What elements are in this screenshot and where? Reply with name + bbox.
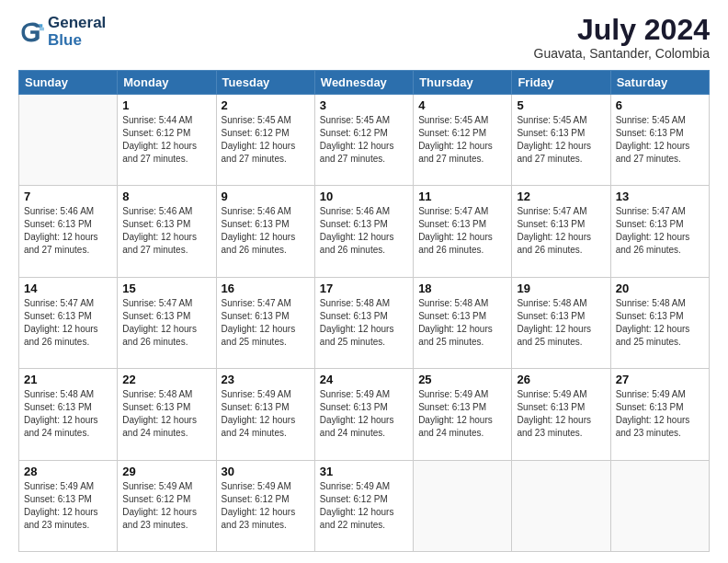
col-monday: Monday — [118, 71, 216, 95]
calendar-cell — [19, 95, 118, 186]
day-info: Sunrise: 5:47 AM Sunset: 6:13 PM Dayligh… — [616, 205, 704, 257]
calendar-cell: 2Sunrise: 5:45 AM Sunset: 6:12 PM Daylig… — [216, 95, 314, 186]
day-info: Sunrise: 5:48 AM Sunset: 6:13 PM Dayligh… — [122, 388, 210, 440]
calendar-cell: 3Sunrise: 5:45 AM Sunset: 6:12 PM Daylig… — [314, 95, 413, 186]
day-info: Sunrise: 5:49 AM Sunset: 6:12 PM Dayligh… — [320, 480, 408, 532]
day-number: 19 — [517, 282, 605, 295]
calendar-cell: 22Sunrise: 5:48 AM Sunset: 6:13 PM Dayli… — [118, 369, 216, 460]
day-number: 12 — [517, 190, 605, 203]
calendar-cell: 17Sunrise: 5:48 AM Sunset: 6:13 PM Dayli… — [314, 277, 413, 368]
calendar-cell: 5Sunrise: 5:45 AM Sunset: 6:13 PM Daylig… — [512, 95, 610, 186]
col-tuesday: Tuesday — [216, 71, 314, 95]
day-info: Sunrise: 5:49 AM Sunset: 6:13 PM Dayligh… — [24, 480, 112, 532]
logo: General Blue — [18, 15, 106, 49]
day-info: Sunrise: 5:47 AM Sunset: 6:13 PM Dayligh… — [122, 297, 210, 349]
calendar-cell: 6Sunrise: 5:45 AM Sunset: 6:13 PM Daylig… — [610, 95, 709, 186]
day-number: 23 — [222, 373, 310, 386]
day-info: Sunrise: 5:49 AM Sunset: 6:13 PM Dayligh… — [517, 388, 605, 440]
day-number: 15 — [122, 282, 210, 295]
calendar-cell: 11Sunrise: 5:47 AM Sunset: 6:13 PM Dayli… — [414, 186, 512, 277]
day-info: Sunrise: 5:45 AM Sunset: 6:12 PM Dayligh… — [222, 114, 310, 166]
calendar-cell: 9Sunrise: 5:46 AM Sunset: 6:13 PM Daylig… — [216, 186, 314, 277]
day-info: Sunrise: 5:47 AM Sunset: 6:13 PM Dayligh… — [418, 205, 506, 257]
day-info: Sunrise: 5:48 AM Sunset: 6:13 PM Dayligh… — [418, 297, 506, 349]
day-number: 29 — [122, 465, 210, 478]
day-number: 16 — [222, 282, 310, 295]
calendar-cell: 27Sunrise: 5:49 AM Sunset: 6:13 PM Dayli… — [610, 369, 709, 460]
day-number: 27 — [616, 373, 704, 386]
day-number: 6 — [616, 98, 704, 112]
location: Guavata, Santander, Colombia — [534, 46, 710, 61]
day-info: Sunrise: 5:49 AM Sunset: 6:13 PM Dayligh… — [320, 388, 408, 440]
calendar-cell — [512, 460, 610, 551]
calendar-cell: 8Sunrise: 5:46 AM Sunset: 6:13 PM Daylig… — [118, 186, 216, 277]
calendar-cell: 21Sunrise: 5:48 AM Sunset: 6:13 PM Dayli… — [19, 369, 118, 460]
day-info: Sunrise: 5:49 AM Sunset: 6:12 PM Dayligh… — [222, 480, 310, 532]
calendar-cell: 31Sunrise: 5:49 AM Sunset: 6:12 PM Dayli… — [314, 460, 413, 551]
day-info: Sunrise: 5:45 AM Sunset: 6:12 PM Dayligh… — [418, 114, 506, 166]
calendar-cell: 28Sunrise: 5:49 AM Sunset: 6:13 PM Dayli… — [19, 460, 118, 551]
calendar-cell: 19Sunrise: 5:48 AM Sunset: 6:13 PM Dayli… — [512, 277, 610, 368]
day-info: Sunrise: 5:49 AM Sunset: 6:12 PM Dayligh… — [122, 480, 210, 532]
calendar-cell: 7Sunrise: 5:46 AM Sunset: 6:13 PM Daylig… — [19, 186, 118, 277]
day-number: 4 — [418, 98, 506, 112]
day-number: 14 — [24, 282, 112, 295]
day-number: 25 — [418, 373, 506, 386]
col-thursday: Thursday — [414, 71, 512, 95]
day-number: 11 — [418, 190, 506, 203]
page: General Blue July 2024 Guavata, Santande… — [0, 0, 728, 563]
day-number: 9 — [222, 190, 310, 203]
col-sunday: Sunday — [19, 71, 118, 95]
day-info: Sunrise: 5:49 AM Sunset: 6:13 PM Dayligh… — [222, 388, 310, 440]
day-number: 8 — [122, 190, 210, 203]
day-number: 20 — [616, 282, 704, 295]
calendar-cell: 13Sunrise: 5:47 AM Sunset: 6:13 PM Dayli… — [610, 186, 709, 277]
calendar-cell: 24Sunrise: 5:49 AM Sunset: 6:13 PM Dayli… — [314, 369, 413, 460]
day-number: 2 — [222, 98, 310, 112]
week-row-3: 14Sunrise: 5:47 AM Sunset: 6:13 PM Dayli… — [19, 277, 710, 368]
col-friday: Friday — [512, 71, 610, 95]
day-number: 22 — [122, 373, 210, 386]
week-row-4: 21Sunrise: 5:48 AM Sunset: 6:13 PM Dayli… — [19, 369, 710, 460]
calendar-table: Sunday Monday Tuesday Wednesday Thursday… — [18, 70, 710, 552]
calendar-cell: 26Sunrise: 5:49 AM Sunset: 6:13 PM Dayli… — [512, 369, 610, 460]
calendar-cell: 29Sunrise: 5:49 AM Sunset: 6:12 PM Dayli… — [118, 460, 216, 551]
day-info: Sunrise: 5:48 AM Sunset: 6:13 PM Dayligh… — [24, 388, 112, 440]
day-number: 18 — [418, 282, 506, 295]
day-info: Sunrise: 5:46 AM Sunset: 6:13 PM Dayligh… — [222, 205, 310, 257]
day-number: 5 — [517, 98, 605, 112]
day-number: 13 — [616, 190, 704, 203]
day-info: Sunrise: 5:47 AM Sunset: 6:13 PM Dayligh… — [222, 297, 310, 349]
calendar-cell: 25Sunrise: 5:49 AM Sunset: 6:13 PM Dayli… — [414, 369, 512, 460]
logo-text: General Blue — [48, 15, 106, 49]
day-info: Sunrise: 5:45 AM Sunset: 6:13 PM Dayligh… — [616, 114, 704, 166]
day-number: 24 — [320, 373, 408, 386]
calendar-cell: 15Sunrise: 5:47 AM Sunset: 6:13 PM Dayli… — [118, 277, 216, 368]
day-number: 21 — [24, 373, 112, 386]
calendar-cell: 4Sunrise: 5:45 AM Sunset: 6:12 PM Daylig… — [414, 95, 512, 186]
day-info: Sunrise: 5:44 AM Sunset: 6:12 PM Dayligh… — [122, 114, 210, 166]
day-info: Sunrise: 5:49 AM Sunset: 6:13 PM Dayligh… — [616, 388, 704, 440]
day-number: 31 — [320, 465, 408, 478]
week-row-2: 7Sunrise: 5:46 AM Sunset: 6:13 PM Daylig… — [19, 186, 710, 277]
day-number: 28 — [24, 465, 112, 478]
day-info: Sunrise: 5:48 AM Sunset: 6:13 PM Dayligh… — [320, 297, 408, 349]
day-info: Sunrise: 5:49 AM Sunset: 6:13 PM Dayligh… — [418, 388, 506, 440]
calendar-cell — [414, 460, 512, 551]
calendar-cell: 23Sunrise: 5:49 AM Sunset: 6:13 PM Dayli… — [216, 369, 314, 460]
calendar-cell: 10Sunrise: 5:46 AM Sunset: 6:13 PM Dayli… — [314, 186, 413, 277]
day-info: Sunrise: 5:47 AM Sunset: 6:13 PM Dayligh… — [517, 205, 605, 257]
day-info: Sunrise: 5:45 AM Sunset: 6:12 PM Dayligh… — [320, 114, 408, 166]
calendar-cell — [610, 460, 709, 551]
day-info: Sunrise: 5:46 AM Sunset: 6:13 PM Dayligh… — [122, 205, 210, 257]
calendar-cell: 16Sunrise: 5:47 AM Sunset: 6:13 PM Dayli… — [216, 277, 314, 368]
day-info: Sunrise: 5:48 AM Sunset: 6:13 PM Dayligh… — [616, 297, 704, 349]
week-row-1: 1Sunrise: 5:44 AM Sunset: 6:12 PM Daylig… — [19, 95, 710, 186]
day-number: 7 — [24, 190, 112, 203]
day-number: 17 — [320, 282, 408, 295]
calendar-cell: 14Sunrise: 5:47 AM Sunset: 6:13 PM Dayli… — [19, 277, 118, 368]
calendar-cell: 12Sunrise: 5:47 AM Sunset: 6:13 PM Dayli… — [512, 186, 610, 277]
day-info: Sunrise: 5:48 AM Sunset: 6:13 PM Dayligh… — [517, 297, 605, 349]
calendar-header-row: Sunday Monday Tuesday Wednesday Thursday… — [19, 71, 710, 95]
day-info: Sunrise: 5:47 AM Sunset: 6:13 PM Dayligh… — [24, 297, 112, 349]
